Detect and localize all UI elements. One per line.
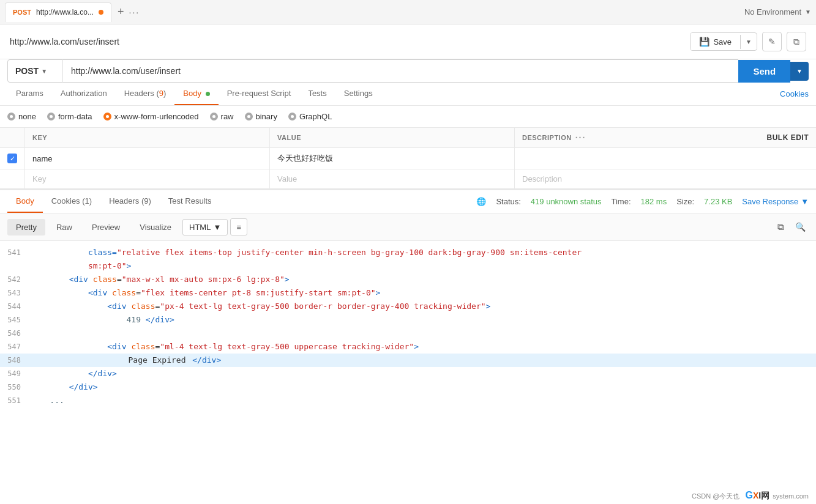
save-icon: 💾 [699,37,709,46]
edit-icon-button[interactable]: ✎ [762,32,782,51]
code-line-547: 547 <div class="ml-4 text-lg text-gray-5… [0,340,816,354]
table-row: ✓ name 今天也好好吃饭 [0,148,816,169]
radio-graphql[interactable]: GraphQL [288,112,332,121]
request-tab[interactable]: POST http://www.la.co... [5,2,111,22]
row-value-cell[interactable]: 今天也好好吃饭 [270,148,515,169]
params-table-wrapper: KEY VALUE DESCRIPTION ··· Bulk Edit [0,128,816,189]
row-key-text: name [32,154,53,163]
radio-binary-circle [245,113,253,120]
tab-more-button[interactable]: ··· [129,7,140,17]
code-area[interactable]: 541 class="relative flex items-top justi… [0,241,816,412]
response-tab-cookies[interactable]: Cookies (1) [43,190,101,213]
time-label: Time: [612,197,631,206]
view-pretty-button[interactable]: Pretty [7,219,45,235]
view-raw-button[interactable]: Raw [48,219,81,235]
tab-bar: POST http://www.la.co... + ··· No Enviro… [0,0,816,24]
copy-icon-button[interactable]: ⧉ [787,32,806,51]
add-tab-button[interactable]: + [113,6,129,18]
method-label: POST [15,66,39,76]
cookies-link[interactable]: Cookies [780,89,809,98]
brand-logo: G [746,490,753,500]
tab-body[interactable]: Body [174,83,218,105]
radio-urlencoded[interactable]: x-www-form-urlencoded [103,112,199,121]
url-input[interactable] [62,59,738,83]
code-line-541b: sm:pt-0"> [0,259,816,273]
save-response-chevron: ▼ [801,197,809,206]
row-desc-cell[interactable] [515,148,817,169]
code-line-545: 545 419 </div> [0,313,816,327]
radio-form-data[interactable]: form-data [47,112,92,121]
tab-tests[interactable]: Tests [299,83,335,105]
format-selector[interactable]: HTML ▼ [182,219,228,235]
method-selector[interactable]: POST ▼ [7,59,62,83]
new-row-key-cell[interactable]: Key [25,169,270,189]
time-value: 182 ms [641,197,667,206]
globe-icon: 🌐 [476,197,486,206]
desc-placeholder: Description [522,174,562,183]
bulk-edit-button[interactable]: Bulk Edit [767,133,809,142]
url-bar-area: http://www.la.com/user/insert 💾 Save ▼ ✎… [0,24,816,59]
code-line-550: 550 </div> [0,380,816,394]
view-visualize-button[interactable]: Visualize [131,219,180,235]
tab-headers[interactable]: Headers (9) [116,83,175,105]
response-tab-test-results[interactable]: Test Results [160,190,220,213]
response-toolbar: Pretty Raw Preview Visualize HTML ▼ ≡ ⧉ … [0,213,816,241]
code-line-551: 551 ... [0,394,816,407]
radio-none[interactable]: none [7,112,36,121]
status-value: 419 unknown status [531,197,602,206]
code-line-548: 548 Page Expired </div> [0,354,816,367]
tab-status-dot [99,10,103,15]
body-type-selector: none form-data x-www-form-urlencoded raw… [0,106,816,128]
url-actions: 💾 Save ▼ ✎ ⧉ [690,32,806,51]
send-dropdown-button[interactable]: ▼ [790,62,809,81]
row-checkbox-cell[interactable]: ✓ [0,148,25,169]
response-tab-headers[interactable]: Headers (9) [100,190,160,213]
radio-urlencoded-circle [103,113,111,120]
col-value: VALUE [270,128,515,148]
view-preview-button[interactable]: Preview [83,219,129,235]
brand-url: system.com [773,492,809,500]
code-line-544: 544 <div class="px-4 text-lg text-gray-5… [0,300,816,313]
col-menu-icon[interactable]: ··· [575,133,586,143]
params-table: KEY VALUE DESCRIPTION ··· Bulk Edit [0,128,816,189]
radio-graphql-circle [288,113,296,120]
size-label: Size: [676,197,694,206]
tab-pre-request[interactable]: Pre-request Script [219,83,300,105]
code-line-549: 549 </div> [0,367,816,380]
response-tab-body[interactable]: Body [7,190,43,213]
row-key-cell[interactable]: name [25,148,270,169]
key-placeholder: Key [32,174,46,183]
wrap-button[interactable]: ≡ [230,218,247,235]
bottom-bar-text: CSDN @今天也 [692,492,739,500]
new-row-checkbox-cell [0,169,25,189]
check-icon: ✓ [10,155,15,163]
save-button[interactable]: 💾 Save [691,33,740,50]
code-line-542: 542 <div class="max-w-xl mx-auto sm:px-6… [0,273,816,286]
new-row-value-cell[interactable]: Value [270,169,515,189]
format-chevron-icon: ▼ [213,223,221,232]
response-status-bar: 🌐 Status: 419 unknown status Time: 182 m… [476,197,809,206]
row-checkbox[interactable]: ✓ [7,154,17,163]
search-response-button[interactable]: 🔍 [792,218,809,235]
copy-response-button[interactable]: ⧉ [772,218,789,235]
send-button[interactable]: Send [738,60,790,83]
row-value-text: 今天也好好吃饭 [277,154,333,163]
save-response-button[interactable]: Save Response ▼ [742,197,809,206]
tab-url: http://www.la.co... [36,8,94,17]
tab-params[interactable]: Params [7,83,52,105]
radio-raw[interactable]: raw [210,112,234,121]
environment-selector[interactable]: No Environment ▼ [744,7,811,17]
tab-method: POST [13,9,31,16]
request-top-bar: POST ▼ Send ▼ [0,59,816,83]
tab-authorization[interactable]: Authorization [52,83,116,105]
response-tabs-row: Body Cookies (1) Headers (9) Test Result… [0,190,816,213]
send-label: Send [753,66,776,76]
request-url-display: http://www.la.com/user/insert [10,37,119,46]
radio-form-data-circle [47,113,55,120]
response-section: Body Cookies (1) Headers (9) Test Result… [0,190,816,412]
body-active-dot [206,92,210,96]
save-dropdown-arrow[interactable]: ▼ [740,35,757,49]
new-row-desc-cell[interactable]: Description [515,169,817,189]
tab-settings[interactable]: Settings [335,83,381,105]
radio-binary[interactable]: binary [245,112,277,121]
